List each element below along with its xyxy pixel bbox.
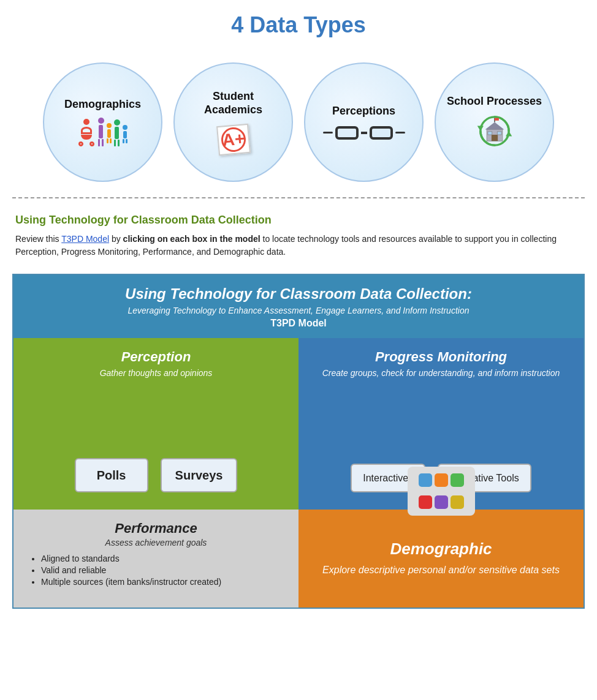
model-bottom-row: Performance Assess achievement goals Ali… <box>13 510 584 608</box>
section-divider <box>12 197 585 198</box>
perception-section[interactable]: Perception Gather thoughts and opinions … <box>13 338 298 510</box>
app-icons <box>408 467 475 516</box>
circles-row: Demographics <box>0 56 597 194</box>
text-section: Using Technology for Classroom Data Coll… <box>0 208 597 268</box>
progress-monitoring-section[interactable]: Progress Monitoring Create groups, check… <box>298 338 584 510</box>
performance-subtitle: Assess achievement goals <box>29 538 283 548</box>
section-body: Review this T3PD Model by clicking on ea… <box>15 233 582 258</box>
section-heading: Using Technology for Classroom Data Coll… <box>15 214 582 227</box>
app-icon-2 <box>435 473 448 487</box>
school-icon <box>476 113 513 149</box>
demographics-circle[interactable]: Demographics <box>43 62 162 182</box>
svg-marker-1 <box>506 131 512 137</box>
polls-button[interactable]: Polls <box>75 458 148 492</box>
perceptions-title: Perceptions <box>332 105 395 118</box>
model-container: Using Technology for Classroom Data Coll… <box>12 274 585 609</box>
surveys-button[interactable]: Surveys <box>161 458 238 492</box>
app-icon-1 <box>419 473 432 487</box>
model-header-subtitle: Leveraging Technology to Enhance Assessm… <box>26 306 571 315</box>
bullet-2: Valid and reliable <box>41 565 283 575</box>
demographic-title: Demographic <box>390 540 492 559</box>
grade-icon: A+ <box>218 125 249 154</box>
bullet-1: Aligned to standards <box>41 554 283 563</box>
perceptions-circle[interactable]: Perceptions <box>304 62 424 182</box>
student-academics-title: Student Academics <box>184 90 283 116</box>
app-icon-6 <box>451 495 464 509</box>
bullet-3: Multiple sources (item banks/instructor … <box>41 577 283 587</box>
app-icon-5 <box>435 495 448 509</box>
app-icon-3 <box>451 473 464 487</box>
demographic-section[interactable]: Demographic Explore descriptive personal… <box>298 510 584 608</box>
app-icon-4 <box>419 495 432 509</box>
svg-rect-6 <box>497 132 501 135</box>
progress-title: Progress Monitoring <box>375 349 507 365</box>
model-header: Using Technology for Classroom Data Coll… <box>13 275 584 338</box>
progress-subtitle: Create groups, check for understanding, … <box>322 367 560 378</box>
svg-marker-3 <box>485 122 504 130</box>
school-processes-title: School Processes <box>447 95 542 108</box>
phone-overlay <box>408 467 475 516</box>
performance-bullets: Aligned to standards Valid and reliable … <box>29 554 283 587</box>
school-processes-circle[interactable]: School Processes <box>435 62 554 182</box>
svg-rect-5 <box>487 132 492 135</box>
perception-buttons: Polls Surveys <box>75 458 238 492</box>
model-middle-row: Perception Gather thoughts and opinions … <box>13 338 584 510</box>
perception-subtitle: Gather thoughts and opinions <box>100 367 213 378</box>
performance-section[interactable]: Performance Assess achievement goals Ali… <box>13 510 298 608</box>
svg-rect-8 <box>495 118 499 121</box>
model-header-title: Using Technology for Classroom Data Coll… <box>26 284 571 303</box>
glasses-icon <box>323 126 405 140</box>
demographics-title: Demographics <box>64 98 141 111</box>
top-section: 4 Data Types <box>0 0 597 56</box>
perception-title: Perception <box>121 349 191 365</box>
people-icon <box>78 116 127 146</box>
main-title: 4 Data Types <box>12 12 585 38</box>
svg-rect-4 <box>491 135 497 141</box>
demographic-subtitle: Explore descriptive personal and/or sens… <box>322 563 560 577</box>
student-academics-circle[interactable]: Student Academics A+ <box>173 62 293 182</box>
model-header-name: T3PD Model <box>26 318 571 329</box>
performance-title: Performance <box>29 521 283 536</box>
section-body-before-link: Review this <box>15 234 61 244</box>
t3pd-model-link[interactable]: T3PD Model <box>61 234 109 244</box>
